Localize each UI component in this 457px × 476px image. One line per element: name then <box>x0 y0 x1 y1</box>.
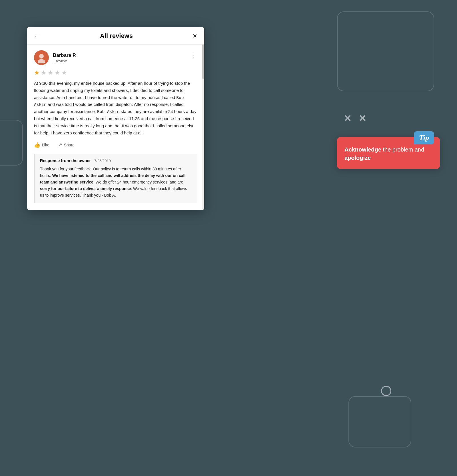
review-text: At 9:30 this evening, my entire house ba… <box>34 80 197 137</box>
share-icon: ↗ <box>58 142 62 148</box>
reviewer-row: Barbara P. 1 review ⋮ <box>34 50 197 65</box>
page-title: All reviews <box>100 32 133 40</box>
star-empty-3: ★ <box>55 69 60 76</box>
svg-point-1 <box>38 59 45 63</box>
tip-card: Tip Acknowledge the problem and apologiz… <box>337 137 440 169</box>
review-name2: Bob Askin <box>97 109 120 114</box>
owner-response-header: Response from the owner 7/25/2019 <box>40 158 192 163</box>
reviewer-name: Barbara P. <box>53 53 77 58</box>
owner-response-title: Response from the owner <box>40 158 91 163</box>
share-button[interactable]: ↗ Share <box>58 142 75 148</box>
circle-decoration <box>381 386 391 396</box>
star-empty-1: ★ <box>41 69 47 76</box>
like-label: Like <box>42 143 49 147</box>
owner-bold-part2: sorry for our failure to deliver a timel… <box>40 186 131 191</box>
card-body: Barbara P. 1 review ⋮ ★ ★ ★ ★ ★ At 9:30 … <box>27 45 204 210</box>
svg-point-0 <box>39 54 44 59</box>
stars-row: ★ ★ ★ ★ ★ <box>34 69 197 76</box>
scrollbar[interactable] <box>202 45 204 210</box>
bg-decoration-left <box>0 120 23 166</box>
close-button[interactable]: ✕ <box>193 33 197 39</box>
tip-bold2: apologize <box>344 155 371 161</box>
bg-decoration-bottom-right <box>348 396 411 447</box>
owner-response-date: 7/25/2019 <box>94 159 111 163</box>
like-icon: 👍 <box>34 142 40 148</box>
card-header: ← All reviews ✕ <box>27 27 204 45</box>
star-filled-1: ★ <box>34 69 40 76</box>
tip-normal2: the problem and <box>381 146 424 153</box>
reviewer-left: Barbara P. 1 review <box>34 50 77 65</box>
reviewer-meta: 1 review <box>53 59 77 63</box>
review-card: ← All reviews ✕ Barbara P. 1 review <box>27 27 204 210</box>
share-label: Share <box>64 143 75 147</box>
tip-bold1: Acknowledge <box>344 146 381 153</box>
tip-text: Acknowledge the problem and apologize <box>344 146 432 162</box>
back-button[interactable]: ← <box>34 32 40 40</box>
actions-row: 👍 Like ↗ Share <box>34 142 197 148</box>
bg-decoration-top-right <box>337 11 434 91</box>
star-empty-2: ★ <box>48 69 53 76</box>
more-options-button[interactable]: ⋮ <box>189 50 197 60</box>
owner-text-part2: . We do offer 24 hour emergency services… <box>93 180 183 184</box>
owner-response-text: Thank you for your feedback. Our policy … <box>40 166 192 199</box>
star-empty-4: ★ <box>61 69 67 76</box>
reviewer-info: Barbara P. 1 review <box>53 53 77 63</box>
owner-response: Response from the owner 7/25/2019 Thank … <box>34 154 197 203</box>
avatar <box>34 50 49 65</box>
like-button[interactable]: 👍 Like <box>34 142 49 148</box>
review-text-part1: At 9:30 this evening, my entire house ba… <box>34 81 190 100</box>
tip-badge: Tip <box>414 131 434 144</box>
xx-decoration: × × <box>344 111 368 125</box>
scrollbar-thumb[interactable] <box>202 45 204 79</box>
